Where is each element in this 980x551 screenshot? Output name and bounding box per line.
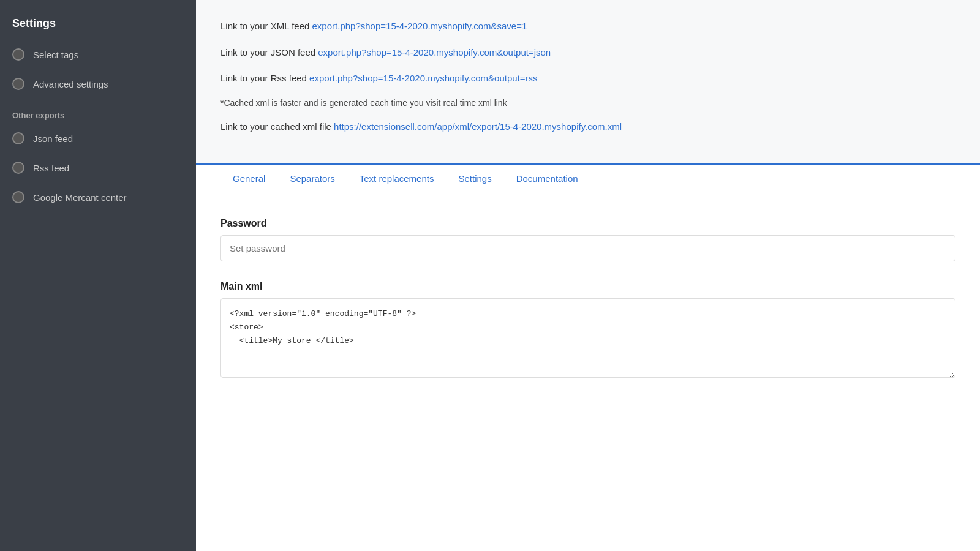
tab-settings[interactable]: Settings (446, 165, 503, 193)
json-feed-label: Link to your JSON feed (221, 47, 315, 58)
main-xml-field-group: Main xml <?xml version="1.0" encoding="U… (221, 281, 956, 380)
sidebar: Settings Select tags Advanced settings O… (0, 0, 196, 551)
rss-feed-link[interactable]: export.php?shop=15-4-2020.myshopify.com&… (309, 73, 537, 83)
sidebar-radio-advanced-settings (12, 78, 24, 90)
tab-general[interactable]: General (221, 165, 277, 193)
sidebar-radio-select-tags (12, 48, 24, 61)
main-xml-textarea[interactable]: <?xml version="1.0" encoding="UTF-8" ?> … (221, 298, 956, 378)
sidebar-item-rss-feed[interactable]: Rss feed (0, 153, 196, 182)
tab-documentation[interactable]: Documentation (504, 165, 590, 193)
sidebar-item-select-tags[interactable]: Select tags (0, 40, 196, 69)
sidebar-item-label-select-tags: Select tags (33, 50, 78, 60)
tab-separators[interactable]: Separators (277, 165, 347, 193)
rss-feed-label: Link to your Rss feed (221, 73, 307, 83)
other-exports-section-label: Other exports (0, 99, 196, 124)
xml-feed-label: Link to your XML feed (221, 21, 309, 31)
sidebar-item-json-feed[interactable]: Json feed (0, 124, 196, 153)
sidebar-item-advanced-settings[interactable]: Advanced settings (0, 69, 196, 99)
rss-feed-row: Link to your Rss feed export.php?shop=15… (221, 72, 956, 86)
feed-links-section: Link to your XML feed export.php?shop=15… (196, 0, 980, 165)
settings-content: Password Main xml <?xml version="1.0" en… (196, 193, 980, 424)
password-label: Password (221, 218, 956, 229)
cached-xml-link[interactable]: https://extensionsell.com/app/xml/export… (334, 121, 622, 132)
xml-feed-row: Link to your XML feed export.php?shop=15… (221, 20, 956, 34)
tab-text-replacements[interactable]: Text replacements (347, 165, 447, 193)
sidebar-item-label-google-merchant: Google Mercant center (33, 192, 127, 203)
json-feed-link[interactable]: export.php?shop=15-4-2020.myshopify.com&… (318, 47, 551, 58)
sidebar-item-label-advanced-settings: Advanced settings (33, 79, 108, 89)
main-xml-label: Main xml (221, 281, 956, 292)
sidebar-radio-rss-feed (12, 162, 24, 174)
main-content: Link to your XML feed export.php?shop=15… (196, 0, 980, 551)
password-field-group: Password (221, 218, 956, 261)
xml-feed-link[interactable]: export.php?shop=15-4-2020.myshopify.com&… (312, 21, 527, 31)
sidebar-item-google-merchant[interactable]: Google Mercant center (0, 182, 196, 212)
cached-xml-row: Link to your cached xml file https://ext… (221, 120, 956, 134)
sidebar-radio-google-merchant (12, 191, 24, 203)
json-feed-row: Link to your JSON feed export.php?shop=1… (221, 46, 956, 60)
sidebar-item-label-rss-feed: Rss feed (33, 163, 69, 173)
sidebar-radio-json-feed (12, 132, 24, 144)
cached-xml-label: Link to your cached xml file (221, 121, 331, 132)
password-input[interactable] (221, 235, 956, 261)
feed-note: *Cached xml is faster and is generated e… (221, 98, 956, 108)
sidebar-item-label-json-feed: Json feed (33, 133, 73, 144)
sidebar-title: Settings (0, 12, 196, 40)
tabs-bar: General Separators Text replacements Set… (196, 165, 980, 193)
